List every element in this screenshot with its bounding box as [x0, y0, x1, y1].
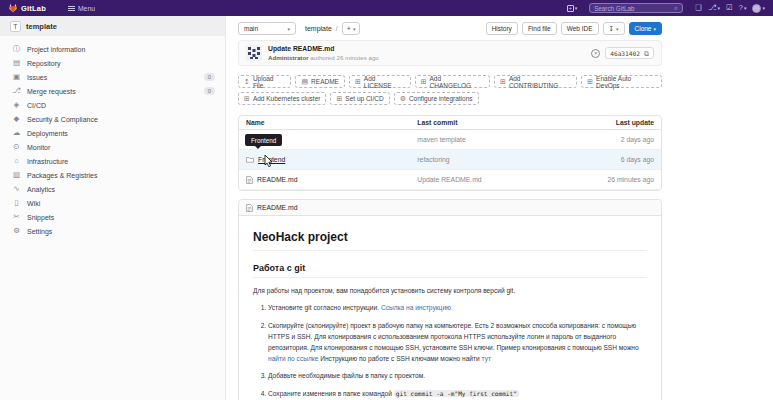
file-icon: ▤ [301, 78, 308, 85]
sidebar-item-infrastructure[interactable]: ⌂ Infrastructure [0, 154, 225, 168]
add-kubernetes-cluster-button[interactable]: ⊞ Add Kubernetes cluster [238, 92, 326, 105]
search-input[interactable] [594, 5, 671, 12]
issues-icon: ▣ [12, 73, 21, 81]
commit-author-link[interactable]: Administrator [268, 54, 309, 61]
file-icon [246, 204, 253, 212]
chevron-down-icon: ▾ [718, 6, 721, 11]
gear-icon: ⚙ [400, 95, 406, 102]
sidebar-item-wiki[interactable]: ▯ Wiki [0, 196, 225, 210]
history-button[interactable]: History [486, 22, 518, 35]
ssh-keys-link[interactable]: тут [482, 355, 491, 362]
clone-dropdown-button[interactable]: Clone ▾ [629, 22, 663, 35]
add-changelog-button[interactable]: ⊞ Add CHANGELOG [415, 75, 490, 88]
text-segment: Инструкцию по работе с SSH ключами можно… [318, 355, 481, 362]
ssh-example-link[interactable]: найти по ссылке [268, 355, 318, 362]
find-file-button[interactable]: Find file [522, 22, 557, 35]
issues-count-badge: 0 [204, 73, 215, 81]
breadcrumb-repo-root[interactable]: template [305, 25, 332, 32]
readme-file-header[interactable]: README.md [239, 200, 661, 216]
frontend-tooltip: Frontend [245, 134, 282, 146]
new-menu-dropdown[interactable]: + ▾ [567, 5, 578, 12]
sidebar-item-label: CI/CD [27, 102, 46, 109]
commit-message-link[interactable]: Update README.md [417, 176, 572, 183]
code-span: git commit -a -m"My first commit" [394, 390, 519, 397]
text-segment: Скопируйте (склонируйте) проект в рабочу… [268, 322, 639, 351]
commit-message-link[interactable]: maven template [417, 136, 572, 143]
user-avatar [752, 4, 761, 13]
file-icon [246, 176, 253, 184]
last-update-text: 26 minutes ago [572, 176, 654, 183]
sidebar-item-repository[interactable]: ▤ Repository [0, 56, 225, 70]
chevron-down-icon: ▾ [575, 6, 578, 11]
web-ide-button[interactable]: Web IDE [561, 22, 599, 35]
add-contributing-button[interactable]: ⊞ Add CONTRIBUTING [494, 75, 577, 88]
chevron-down-icon: ▾ [287, 26, 290, 32]
info-icon: ⓘ [12, 45, 21, 53]
sidebar-item-analytics[interactable]: ∿ Analytics [0, 182, 225, 196]
plus-square-icon: ⊞ [421, 78, 427, 85]
issues-nav-button[interactable]: ❑ [695, 4, 702, 12]
commit-title-link[interactable]: Update README.md [268, 45, 379, 52]
enable-auto-devops-button[interactable]: ⊞ Enable Auto DevOps [581, 75, 662, 88]
sidebar-item-monitor[interactable]: ⊙ Monitor [0, 140, 225, 154]
list-item: Установите git согласно инструкции. Ссыл… [268, 303, 647, 314]
sidebar-item-label: Security & Compliance [27, 116, 98, 123]
readme-button[interactable]: ▤ README [295, 75, 344, 88]
pipeline-status-icon[interactable]: × [591, 49, 600, 58]
sidebar-item-project-information[interactable]: ⓘ Project information [0, 42, 225, 56]
sidebar-item-packages-registries[interactable]: ▥ Packages & Registries [0, 168, 225, 182]
readme-filename: README.md [257, 204, 297, 211]
sidebar-item-label: Snippets [27, 214, 54, 221]
global-search[interactable]: ⌕ [589, 3, 683, 13]
set-up-ci-cd-button[interactable]: ⊞ Set up CI/CD [330, 92, 389, 105]
download-icon: ↧ [609, 25, 614, 33]
sidebar-item-ci-cd[interactable]: ◈ CI/CD [0, 98, 225, 112]
upload-file-button[interactable]: ↥ Upload File [238, 75, 291, 88]
chevron-down-icon: ▾ [353, 26, 356, 32]
help-menu-button[interactable]: ? ▾ [739, 4, 747, 12]
add-license-button[interactable]: ⊞ Add LICENSE [349, 75, 411, 88]
file-name-link[interactable]: README.md [246, 176, 417, 184]
sidebar-item-issues[interactable]: ▣ Issues 0 [0, 70, 225, 84]
chevron-down-icon: ▾ [653, 26, 656, 32]
sidebar-item-deployments[interactable]: ☁ Deployments [0, 126, 225, 140]
qa-label: Add LICENSE [364, 75, 405, 89]
download-dropdown-button[interactable]: ↧ ▾ [603, 22, 625, 35]
configure-integrations-button[interactable]: ⚙ Configure integrations [394, 92, 479, 105]
readme-section-heading: Работа с git [253, 263, 647, 278]
branch-selector[interactable]: main ▾ [238, 22, 296, 35]
sidebar-item-settings[interactable]: ⚙ Settings [0, 224, 225, 238]
copy-icon[interactable]: ⧉ [644, 50, 649, 57]
commit-meta: Administrator authored 26 minutes ago [268, 54, 379, 61]
list-item: Сохраните изменения в папке командой git… [268, 389, 647, 400]
chevron-down-icon: ▾ [762, 6, 765, 11]
todo-check-icon: ☑ [726, 4, 733, 12]
table-row-readme[interactable]: README.md Update README.md 26 minutes ag… [239, 170, 661, 190]
instruction-link[interactable]: Ссылка на инструкцию. [381, 304, 453, 311]
merge-requests-nav-button[interactable]: ⎇ ▾ [708, 4, 720, 12]
sidebar-item-snippets[interactable]: ✂ Snippets [0, 210, 225, 224]
tanuki-icon [8, 3, 18, 13]
plus-square-icon: ⊞ [336, 95, 342, 102]
commit-message-link[interactable]: refactoring [417, 156, 572, 163]
readme-card: README.md NeoHack project Работа с git Д… [238, 199, 662, 400]
quick-actions: ↥ Upload File ▤ README ⊞ Add LICENSE ⊞ A… [238, 75, 662, 105]
user-menu-button[interactable]: ▾ [752, 4, 765, 13]
gitlab-logo[interactable]: GitLab [8, 3, 46, 13]
gear-icon: ⚙ [12, 227, 21, 235]
todos-nav-button[interactable]: ☑ [726, 4, 733, 12]
sidebar-item-merge-requests[interactable]: ⎇ Merge requests 0 [0, 84, 225, 98]
sidebar-item-security-compliance[interactable]: ◆ Security & Compliance [0, 112, 225, 126]
search-icon: ⌕ [674, 4, 678, 12]
history-label: History [492, 25, 512, 32]
chevron-down-icon: ▾ [616, 26, 619, 32]
add-file-dropdown[interactable]: + ▾ [342, 22, 361, 35]
column-header-name: Name [246, 119, 417, 126]
merge-request-icon: ⎇ [12, 87, 21, 95]
table-row-frontend[interactable]: Frontend refactoring 6 days ago [239, 150, 661, 170]
sidebar-project-context[interactable]: T template [0, 16, 225, 36]
file-name: README.md [257, 176, 297, 183]
menu-button[interactable]: Menu [68, 5, 95, 12]
sidebar-item-label: Merge requests [27, 88, 76, 95]
table-row-hidden-folder[interactable]: maven template 2 days ago [239, 130, 661, 150]
